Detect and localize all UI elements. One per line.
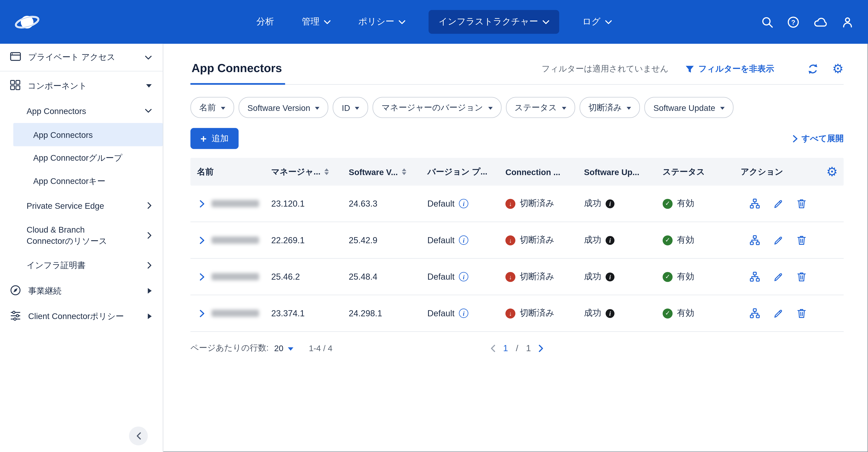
sidebar-item-app-connectors-group[interactable]: App Connectors bbox=[0, 99, 163, 123]
sidebar-item-components[interactable]: コンポーネント bbox=[0, 73, 163, 98]
cloud-icon[interactable] bbox=[813, 16, 828, 28]
expand-row-icon[interactable] bbox=[199, 200, 205, 207]
expand-row-icon[interactable] bbox=[199, 309, 205, 317]
filter-chip-status[interactable]: ステータス bbox=[506, 97, 575, 118]
service-hierarchy-icon[interactable] bbox=[749, 235, 760, 245]
service-hierarchy-icon[interactable] bbox=[749, 308, 760, 319]
filter-chip-disconnected[interactable]: 切断済み bbox=[580, 97, 640, 118]
window-icon bbox=[10, 52, 21, 63]
delete-trash-icon[interactable] bbox=[797, 271, 807, 282]
expand-all-button[interactable]: すべて展開 bbox=[793, 133, 844, 144]
header-version-profile[interactable]: バージョン プ... bbox=[427, 167, 505, 177]
sidebar-collapse-button[interactable] bbox=[129, 427, 148, 446]
page-settings-gear-icon[interactable]: ⚙ bbox=[832, 63, 844, 76]
header-name[interactable]: 名前 bbox=[190, 167, 271, 177]
delete-trash-icon[interactable] bbox=[797, 198, 807, 209]
status-cell: ✓ 有効 bbox=[662, 198, 741, 209]
connection-status-cell: ↓ 切断済み bbox=[505, 271, 584, 282]
chevron-down-icon bbox=[145, 55, 152, 60]
nav-analytics[interactable]: 分析 bbox=[252, 10, 279, 33]
previous-page-icon[interactable] bbox=[490, 344, 495, 352]
info-icon[interactable]: i bbox=[606, 272, 614, 281]
info-icon[interactable]: i bbox=[606, 309, 614, 318]
pager: 1 / 1 bbox=[490, 343, 544, 353]
delete-trash-icon[interactable] bbox=[797, 308, 807, 319]
edit-pencil-icon[interactable] bbox=[773, 199, 783, 209]
sidebar-label: Cloud & Branch Connectorのリソース bbox=[27, 224, 107, 247]
sidebar-label-line2: Connectorのリソース bbox=[27, 235, 107, 247]
table-header-row: 名前 マネージャ... Software V... バージョン プ... Con… bbox=[190, 158, 844, 186]
version-profile-cell: Default i bbox=[427, 272, 505, 282]
sidebar-item-app-connector-keys[interactable]: App Connectorキー bbox=[0, 170, 163, 193]
enabled-check-icon: ✓ bbox=[662, 272, 673, 282]
help-icon[interactable]: ? bbox=[787, 16, 800, 28]
sidebar-label-line1: Cloud & Branch bbox=[27, 224, 107, 235]
connection-status-cell: ↓ 切断済み bbox=[505, 198, 584, 209]
sidebar-item-cloud-branch-connector[interactable]: Cloud & Branch Connectorのリソース bbox=[0, 218, 163, 252]
filter-chip-software-version[interactable]: Software Version bbox=[239, 97, 329, 118]
service-hierarchy-icon[interactable] bbox=[749, 198, 760, 209]
sidebar-label: プライベート アクセス bbox=[28, 52, 115, 62]
software-version-cell: 24.298.1 bbox=[349, 308, 427, 318]
info-icon[interactable]: i bbox=[459, 272, 468, 281]
refresh-icon[interactable] bbox=[807, 63, 819, 75]
disconnected-icon: ↓ bbox=[505, 199, 516, 209]
header-software-version[interactable]: Software V... bbox=[349, 167, 427, 177]
info-icon[interactable]: i bbox=[459, 235, 468, 245]
header-label: マネージャ... bbox=[271, 167, 320, 177]
header-label: Software V... bbox=[349, 167, 398, 177]
header-manager-version[interactable]: マネージャ... bbox=[271, 167, 349, 177]
nav-label: ポリシー bbox=[358, 16, 394, 28]
user-icon[interactable] bbox=[841, 16, 854, 28]
version-profile-cell: Default i bbox=[427, 308, 505, 318]
chip-label: ステータス bbox=[515, 102, 557, 113]
filter-chip-manager-version[interactable]: マネージャーのバージョン bbox=[373, 97, 501, 118]
sidebar-item-private-service-edge[interactable]: Private Service Edge bbox=[0, 193, 163, 218]
edit-pencil-icon[interactable] bbox=[773, 235, 783, 245]
sidebar-item-infra-certificates[interactable]: インフラ証明書 bbox=[0, 253, 163, 278]
info-icon[interactable]: i bbox=[606, 236, 614, 245]
info-icon[interactable]: i bbox=[606, 199, 614, 208]
search-icon[interactable] bbox=[761, 16, 773, 28]
nav-infrastructure[interactable]: インフラストラクチャー bbox=[429, 10, 559, 34]
page-title-tab[interactable]: App Connectors bbox=[190, 61, 285, 85]
connection-status-cell: ↓ 切断済み bbox=[505, 234, 584, 246]
filter-chip-name[interactable]: 名前 bbox=[190, 97, 234, 118]
hide-filters-button[interactable]: フィルターを非表示 bbox=[685, 64, 774, 74]
sidebar-item-business-continuity[interactable]: 事業継続 bbox=[0, 278, 163, 303]
nav-administration[interactable]: 管理 bbox=[297, 10, 335, 33]
header-connection[interactable]: Connection ... bbox=[505, 167, 584, 177]
next-page-icon[interactable] bbox=[539, 344, 544, 352]
expand-row-icon[interactable] bbox=[199, 236, 205, 244]
zscaler-logo-icon bbox=[14, 13, 40, 31]
current-page-number[interactable]: 1 bbox=[503, 343, 508, 353]
service-hierarchy-icon[interactable] bbox=[749, 271, 760, 282]
connector-name-redacted bbox=[212, 200, 259, 207]
nav-label: 管理 bbox=[302, 16, 319, 28]
edit-pencil-icon[interactable] bbox=[773, 272, 783, 282]
nav-policy[interactable]: ポリシー bbox=[354, 10, 410, 33]
table-row: 22.269.1 25.42.9 Default i ↓ 切断済み 成功 i ✓… bbox=[190, 222, 844, 259]
main-content: App Connectors フィルターは適用されていません フィルターを非表示… bbox=[164, 44, 868, 452]
nav-logs[interactable]: ログ bbox=[578, 10, 616, 33]
sidebar-item-private-access[interactable]: プライベート アクセス bbox=[0, 44, 163, 71]
add-button[interactable]: + 追加 bbox=[190, 128, 239, 149]
delete-trash-icon[interactable] bbox=[797, 235, 807, 245]
header-status[interactable]: ステータス bbox=[662, 167, 741, 177]
sidebar-item-app-connectors[interactable]: App Connectors bbox=[13, 123, 163, 146]
filter-chip-software-update[interactable]: Software Update bbox=[645, 97, 734, 118]
connection-status-value: 切断済み bbox=[520, 234, 554, 246]
filter-chip-id[interactable]: ID bbox=[333, 97, 368, 118]
expand-row-icon[interactable] bbox=[199, 273, 205, 280]
sidebar-item-app-connector-groups[interactable]: App Connectorグループ bbox=[0, 146, 163, 170]
info-icon[interactable]: i bbox=[459, 309, 468, 318]
rows-per-page-select[interactable]: 20 bbox=[274, 343, 293, 353]
sort-icon[interactable] bbox=[402, 169, 406, 175]
zscaler-logo[interactable] bbox=[14, 13, 40, 31]
edit-pencil-icon[interactable] bbox=[773, 308, 783, 318]
info-icon[interactable]: i bbox=[459, 199, 468, 208]
sort-icon[interactable] bbox=[324, 169, 329, 175]
header-software-update[interactable]: Software Up... bbox=[584, 167, 662, 177]
sidebar-item-client-connector-policy[interactable]: Client Connectorポリシー bbox=[0, 303, 163, 329]
table-columns-gear-icon[interactable]: ⚙ bbox=[820, 165, 844, 178]
